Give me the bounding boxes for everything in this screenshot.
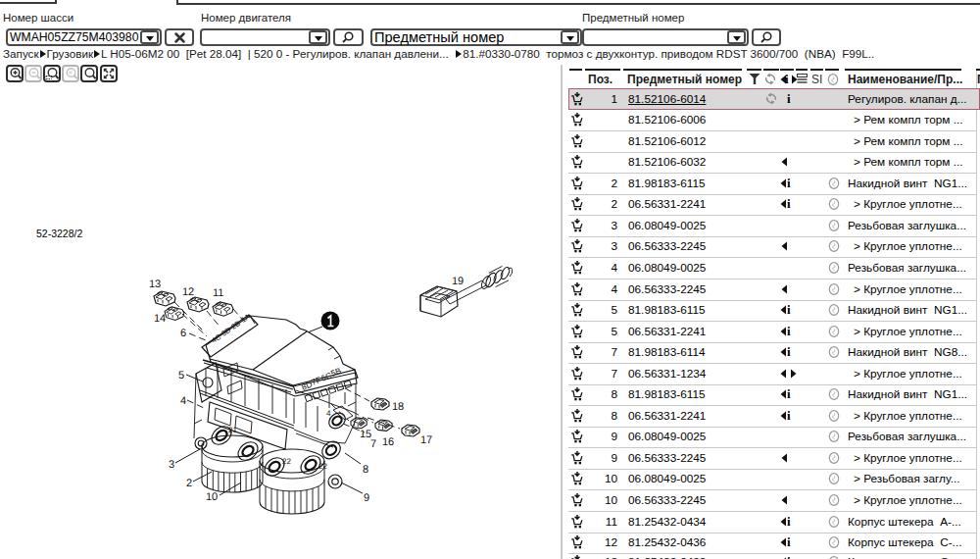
svg-text:16: 16: [382, 436, 394, 448]
svg-text:2: 2: [186, 478, 192, 489]
svg-text:14: 14: [154, 313, 166, 325]
svg-text:22: 22: [282, 457, 291, 466]
svg-text:21: 21: [228, 426, 237, 434]
svg-text:12: 12: [182, 286, 194, 298]
svg-text:18: 18: [392, 401, 404, 413]
svg-text:5: 5: [178, 370, 184, 381]
svg-text:4: 4: [326, 409, 331, 418]
svg-text:8: 8: [363, 464, 368, 476]
svg-text:6: 6: [180, 328, 186, 339]
svg-text:4: 4: [180, 395, 186, 407]
svg-text:3: 3: [169, 459, 174, 471]
svg-text:11: 11: [213, 287, 223, 299]
svg-text:7: 7: [370, 438, 376, 450]
svg-text:10: 10: [206, 491, 218, 503]
svg-text:17: 17: [420, 434, 432, 446]
svg-text:9: 9: [364, 492, 369, 504]
svg-text:13: 13: [149, 279, 161, 290]
svg-text:19: 19: [452, 276, 464, 287]
